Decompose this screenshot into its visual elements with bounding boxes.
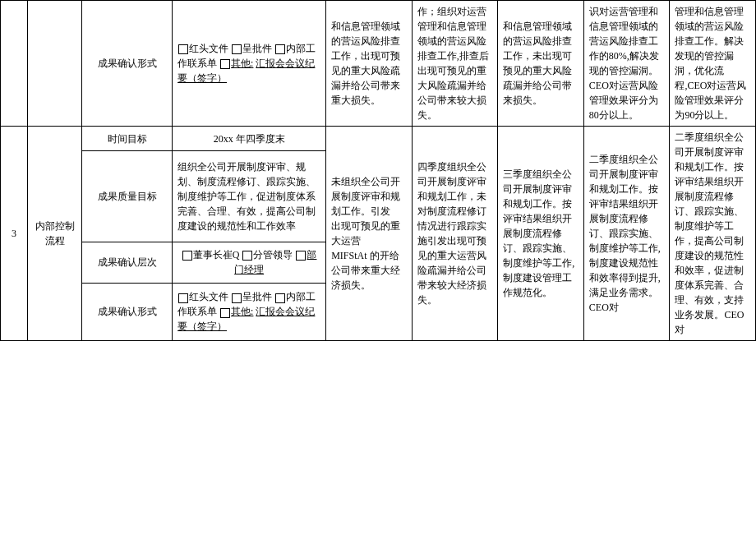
table-row: 3 内部控制流程 时间目标 20xx 年四季度末 未组织全公司开展制度评审和规划… [1,127,756,151]
category-cell: 内部控制流程 [28,127,82,341]
option-text: 呈批件 [242,291,272,302]
quality-value: 组织全公司开展制度评审、规划、制度流程修订、跟踪实施、制度维护等工作，促进制度体… [173,151,326,242]
option-text: 分管领导 [253,249,293,261]
cell-c8: 识对运营管理和信息管理领域的营运风险排查工作的80%,解决发现的管控漏洞。CEO… [583,1,670,127]
form-label: 成果确认形式 [82,283,173,340]
row-label: 成果确认形式 [82,1,173,127]
cell-c9: 二季度组织全公司开展制度评审和规划工作。按评审结果组织开展制度流程修订、跟踪实施… [670,127,756,341]
option-text: 董事长崔Q [193,249,240,261]
checkbox-icon [182,251,192,261]
cell-c5: 和信息管理领域的营运风险排查工作，出现可预见的重大风险疏漏并给公司带来重大损失。 [326,1,413,127]
checkbox-icon [232,44,242,54]
checkbox-icon [232,293,242,303]
option-text: 红头文件 [189,43,228,54]
checkbox-icon [275,293,285,303]
checkbox-icon [296,251,306,261]
checkbox-icon [242,251,252,261]
time-label: 时间目标 [82,127,173,151]
option-text: 红头文件 [189,291,228,302]
option-text: 其他: [231,58,253,69]
checkbox-icon [220,308,230,318]
cell-c6: 作；组织对运营管理和信息管理领域的营运风险排查工作,排查后出现可预见的重大风险疏… [412,1,498,127]
blank-cell [1,1,28,127]
cell-c7: 和信息管理领域的营运风险排查工作，未出现可预见的重大风险疏漏并给公司带来损失。 [498,1,584,127]
row-number: 3 [1,127,28,341]
form-options-cell: 红头文件 呈批件 内部工作联系单 其他: 汇报会会议纪要（签字） [173,1,326,127]
cell-c7: 三季度组织全公司开展制度评审和规划工作。按评审结果组织开展制度流程修订、跟踪实施… [498,127,584,341]
cell-c9: 管理和信息管理领域的营运风险排查工作。解决发现的管控漏洞，优化流程,CEO对运营… [670,1,756,127]
cell-c8: 二季度组织全公司开展制度评审和规划工作。按评审结果组织开展制度流程修订、跟踪实施… [583,127,670,341]
checkbox-icon [178,44,188,54]
quality-label: 成果质量目标 [82,151,173,242]
assessment-table: 成果确认形式 红头文件 呈批件 内部工作联系单 其他: 汇报会会议纪要（签字） … [0,0,756,341]
table-row: 成果确认形式 红头文件 呈批件 内部工作联系单 其他: 汇报会会议纪要（签字） … [1,1,756,127]
text-part: 出现可预见的重大运营 [331,220,400,247]
time-value: 20xx 年四季度末 [173,127,326,151]
cell-c6: 四季度组织全公司开展制度评审和规划工作，未对制度流程修订情况进行跟踪实施引发出现… [412,127,498,341]
cell-c5: 未组织全公司开展制度评审和规划工作。引发 出现可预见的重大运营 MIFStAt … [326,127,413,341]
level-label: 成果确认层次 [82,242,173,283]
text-part: 未组织全公司开展制度评审和规划工作。引发 [331,176,400,217]
checkbox-icon [220,59,230,69]
checkbox-icon [275,44,285,54]
level-options-cell: 董事长崔Q 分管领导 部门经理 [173,242,326,283]
text-part: MIFStAt 的开给公司带来重大经济损失。 [331,250,400,291]
checkbox-icon [178,293,188,303]
form-options-cell: 红头文件 呈批件 内部工作联系单 其他: 汇报会会议纪要（签字） [173,283,326,340]
option-text: 其他: [231,306,253,317]
option-text: 呈批件 [242,43,272,54]
blank-cell [28,1,82,127]
